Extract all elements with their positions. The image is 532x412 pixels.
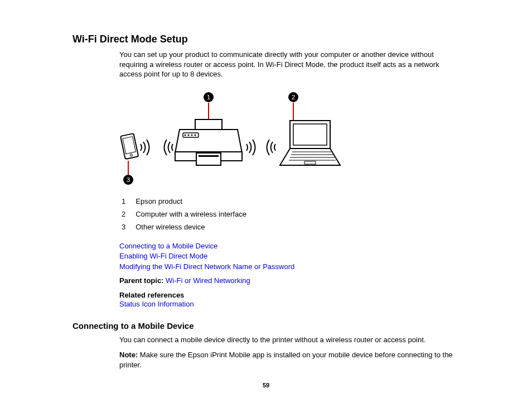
callout-1: 1 <box>207 94 210 100</box>
parent-topic: Parent topic: Wi-Fi or Wired Networking <box>119 276 460 286</box>
svg-point-16 <box>191 134 193 136</box>
svg-point-15 <box>188 134 190 136</box>
note-text: Make sure the Epson iPrint Mobile app is… <box>119 351 453 369</box>
intro-paragraph: You can set up your product to communica… <box>119 50 460 79</box>
callout-3: 3 <box>127 176 130 183</box>
legend-num: 2 <box>119 208 136 221</box>
related-references: Related references Status Icon Informati… <box>119 291 460 310</box>
svg-rect-9 <box>195 119 222 130</box>
legend-row: 3 Other wireless device <box>119 221 252 233</box>
svg-rect-12 <box>199 155 219 157</box>
parent-topic-link[interactable]: Wi-Fi or Wired Networking <box>166 276 250 286</box>
child-links: Connecting to a Mobile Device Enabling W… <box>119 241 460 273</box>
link-modifying-name-password[interactable]: Modifying the Wi-Fi Direct Network Name … <box>119 262 294 272</box>
page-heading: Wi-Fi Direct Mode Setup <box>72 33 460 45</box>
printer-icon <box>175 119 242 165</box>
wifi-arcs-icon <box>267 140 276 155</box>
legend-row: 2 Computer with a wireless interface <box>119 208 252 221</box>
section-heading-connecting: Connecting to a Mobile Device <box>72 321 460 330</box>
link-connecting-mobile[interactable]: Connecting to a Mobile Device <box>119 241 217 252</box>
legend-text: Other wireless device <box>136 221 252 233</box>
wifi-arcs-icon <box>165 140 173 155</box>
related-refs-link[interactable]: Status Icon Information <box>119 299 194 310</box>
wifi-arcs-icon <box>141 140 149 155</box>
parent-topic-label: Parent topic: <box>119 276 163 285</box>
wifi-direct-diagram: 1 2 3 <box>119 87 359 185</box>
laptop-icon <box>280 121 340 165</box>
callout-2: 2 <box>292 94 295 100</box>
related-refs-label: Related references <box>119 291 460 299</box>
svg-rect-11 <box>196 153 221 165</box>
legend-num: 3 <box>119 221 136 233</box>
note-label: Note: <box>119 351 138 359</box>
legend-row: 1 Epson product <box>119 195 252 208</box>
legend-text: Computer with a wireless interface <box>136 208 252 221</box>
svg-point-17 <box>195 134 196 136</box>
wifi-arcs-icon <box>246 140 255 155</box>
legend-table: 1 Epson product 2 Computer with a wirele… <box>119 195 252 233</box>
page-number: 59 <box>0 382 532 389</box>
legend-num: 1 <box>119 195 136 208</box>
phone-icon <box>120 133 138 159</box>
section2-paragraph: You can connect a mobile device directly… <box>119 335 460 345</box>
legend-text: Epson product <box>136 195 252 208</box>
link-enabling-wifi-direct[interactable]: Enabling Wi-Fi Direct Mode <box>119 251 207 262</box>
note-paragraph: Note: Make sure the Epson iPrint Mobile … <box>119 350 460 370</box>
svg-point-14 <box>185 134 186 136</box>
